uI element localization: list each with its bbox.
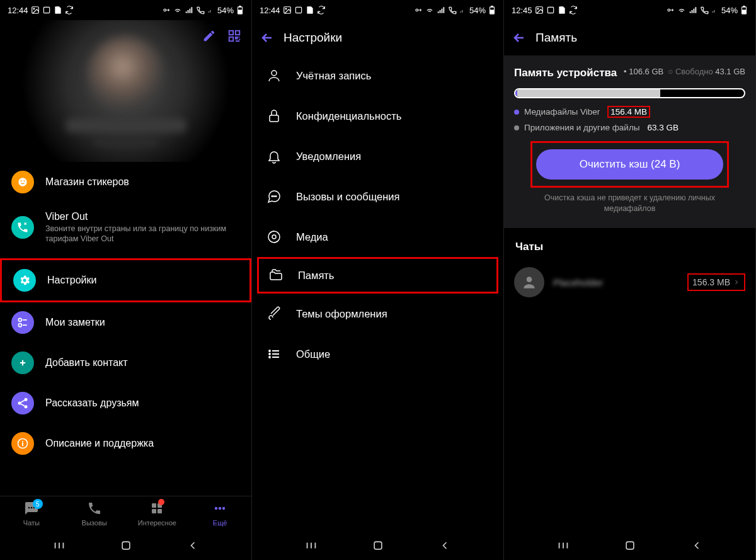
back-icon[interactable]	[260, 30, 275, 45]
svg-rect-26	[152, 509, 156, 513]
battery-pct: 54%	[721, 6, 738, 15]
menu-share[interactable]: Рассказать друзьям	[0, 383, 251, 423]
status-bar: 12:45 54%	[504, 0, 755, 20]
setting-label: Учётная запись	[296, 70, 371, 82]
setting-notifications[interactable]: Уведомления	[252, 136, 503, 176]
signal2-icon	[711, 6, 719, 14]
svg-rect-55	[743, 6, 745, 7]
nav-calls[interactable]: Вызовы	[63, 496, 126, 531]
setting-privacy[interactable]: Конфиденциальность	[252, 96, 503, 136]
person-icon	[266, 68, 282, 83]
highlight-storage: Память	[257, 257, 498, 294]
signal-icon	[689, 6, 697, 14]
vpn-icon	[162, 6, 171, 14]
svg-rect-5	[239, 6, 241, 7]
svg-point-3	[164, 9, 166, 11]
wifi-icon	[425, 6, 434, 14]
recent-apps-button[interactable]	[304, 539, 318, 552]
status-time: 12:44	[8, 6, 28, 15]
menu-label: Магазин стикеров	[45, 176, 240, 188]
recent-apps-button[interactable]	[556, 539, 570, 552]
svg-point-33	[285, 8, 287, 9]
menu-viber-out[interactable]: Viber Out Звоните внутри страны или за г…	[0, 202, 251, 253]
back-button[interactable]	[690, 539, 703, 552]
nav-label: Чаты	[23, 519, 40, 527]
svg-point-14	[18, 318, 21, 321]
svg-rect-8	[236, 31, 239, 35]
setting-label: Уведомления	[296, 151, 361, 163]
phone-more-screen: 12:44 54%	[0, 0, 252, 560]
files-icon	[54, 6, 62, 14]
nav-badge: 5	[33, 499, 43, 509]
avatar	[514, 267, 544, 297]
storage-meta: • 106.6 GB ○ Свободно 43.1 GB	[624, 67, 745, 76]
back-button[interactable]	[186, 539, 199, 552]
app-bar: Настройки	[252, 20, 503, 55]
setting-general[interactable]: Общие	[252, 334, 503, 374]
svg-point-41	[272, 196, 273, 197]
menu-sticker-market[interactable]: Магазин стикеров	[0, 162, 251, 202]
svg-point-48	[269, 357, 270, 358]
nav-more[interactable]: Ещё	[188, 496, 251, 531]
wifi-icon	[677, 6, 686, 14]
setting-account[interactable]: Учётная запись	[252, 55, 503, 96]
phone-settings-screen: 12:44 54% Настройки Учётная запись Конфи…	[252, 0, 504, 560]
setting-calls[interactable]: Вызовы и сообщения	[252, 176, 503, 217]
svg-point-12	[24, 180, 25, 181]
recent-apps-button[interactable]	[52, 539, 66, 552]
gallery-icon	[42, 6, 51, 14]
setting-media[interactable]: Медиа	[252, 217, 503, 257]
nav-interesting[interactable]: Интересное	[126, 496, 189, 531]
setting-label: Медиа	[296, 231, 328, 243]
viber-media-size-highlighted: 156.4 MB	[607, 106, 650, 118]
chat-storage-row[interactable]: Placeholder 156.3 MB	[504, 258, 755, 306]
menu-label: Viber Out	[45, 211, 240, 222]
battery-icon	[236, 6, 244, 14]
viber-out-icon	[11, 216, 34, 239]
edit-icon[interactable]	[202, 29, 216, 45]
dots-icon	[212, 501, 227, 517]
svg-point-39	[272, 71, 277, 76]
svg-point-15	[18, 323, 21, 326]
vpn-icon	[414, 6, 423, 14]
profile-avatar[interactable]	[88, 37, 164, 112]
battery-pct: 54%	[217, 6, 234, 15]
setting-themes[interactable]: Темы оформления	[252, 294, 503, 334]
menu-help[interactable]: Описание и поддержка	[0, 423, 251, 464]
clear-cache-button[interactable]: Очистить кэш (24 B)	[536, 149, 723, 180]
svg-point-18	[18, 401, 21, 404]
status-bar: 12:44 54%	[252, 0, 503, 20]
brush-icon	[266, 306, 282, 321]
menu-label: Мои заметки	[45, 317, 240, 328]
back-icon[interactable]	[512, 30, 527, 45]
menu-settings[interactable]: Настройки	[2, 260, 249, 300]
qr-icon[interactable]	[227, 29, 241, 45]
home-button[interactable]	[120, 539, 132, 552]
svg-rect-24	[152, 503, 156, 508]
menu-add-contact[interactable]: Добавить контакт	[0, 343, 251, 383]
volte-icon	[700, 6, 709, 14]
home-button[interactable]	[624, 539, 636, 552]
svg-point-17	[25, 397, 28, 401]
svg-rect-34	[295, 7, 301, 13]
back-button[interactable]	[438, 539, 451, 552]
gear-icon	[13, 269, 36, 292]
setting-storage[interactable]: Память	[259, 259, 496, 292]
svg-point-30	[222, 507, 225, 510]
folder-icon	[268, 268, 284, 283]
chat-name-blurred: Placeholder	[553, 277, 679, 288]
menu-my-notes[interactable]: Мои заметки	[0, 302, 251, 343]
bottom-nav: 5 Чаты Вызовы Интересное Ещё	[0, 496, 251, 531]
home-button[interactable]	[372, 539, 384, 552]
svg-point-46	[269, 350, 270, 351]
svg-point-10	[18, 178, 26, 186]
svg-point-28	[215, 507, 217, 510]
setting-label: Общие	[296, 348, 330, 360]
nav-chats[interactable]: 5 Чаты	[0, 496, 63, 531]
image-icon	[535, 6, 544, 14]
chat-size-highlighted: 156.3 MB	[687, 273, 745, 291]
gallery-icon	[546, 6, 555, 14]
svg-point-1	[33, 8, 35, 9]
svg-rect-6	[239, 10, 242, 13]
image-icon	[31, 6, 40, 14]
